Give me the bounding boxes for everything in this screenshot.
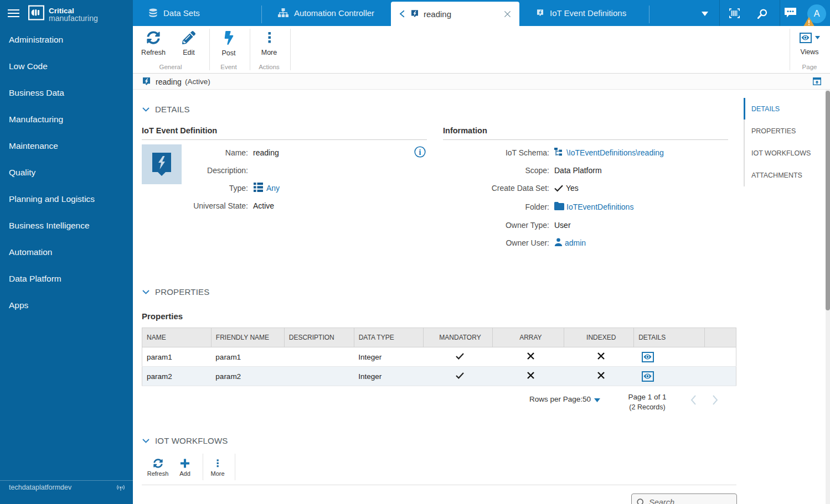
svg-text:i: i (419, 148, 421, 157)
